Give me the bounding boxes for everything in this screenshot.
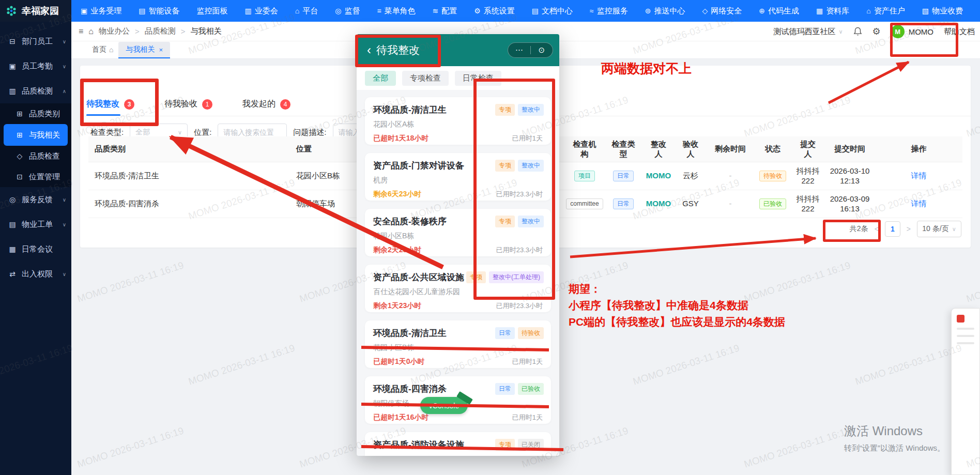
bell-icon[interactable] bbox=[853, 27, 862, 36]
topnav-item-业务受理[interactable]: ▣业务受理 bbox=[81, 6, 121, 16]
sidebar-item-物业工单[interactable]: ▤物业工单∨ bbox=[0, 212, 71, 237]
breadcrumb-separator: > bbox=[181, 27, 186, 36]
gear-icon[interactable]: ⚙ bbox=[872, 26, 881, 37]
vconsole-button[interactable]: vConsole bbox=[420, 397, 468, 414]
topnav-item-资产住户[interactable]: ⌂资产住户 bbox=[866, 6, 905, 16]
topnav-item-label: 物业收费 bbox=[932, 6, 963, 16]
help-doc-link[interactable]: 帮助文档 bbox=[944, 27, 975, 37]
chevron-down-icon: ∨ bbox=[178, 129, 182, 136]
topnav-item-智能设备[interactable]: ▤智能设备 bbox=[139, 6, 179, 16]
topnav-item-label: 配置 bbox=[441, 6, 457, 16]
column-header-整改人: 整改人 bbox=[642, 136, 675, 162]
miniprogram-tab-专项检查[interactable]: 专项检查 bbox=[402, 71, 449, 86]
top-navigation-bar: 幸福家园 ▣业务受理▤智能设备监控面板▥业委会⌂平台◎监督≡菜单角色≋配置⚙系统… bbox=[0, 0, 980, 22]
miniprogram-card[interactable]: 资产品质-门禁对讲设备机房剩余6天23小时已用时23.3小时专项整改中 bbox=[365, 153, 551, 201]
content-tab-我发起的[interactable]: 我发起的4 bbox=[242, 93, 290, 116]
page-size-select[interactable]: 10 条/页 ∨ bbox=[917, 221, 961, 237]
user-menu[interactable]: M MOMO bbox=[891, 25, 933, 38]
topnav-item-配置[interactable]: ≋配置 bbox=[433, 6, 457, 16]
table-cell-text: - bbox=[729, 199, 732, 209]
table-tag: 日常 bbox=[613, 171, 634, 181]
sidebar-item-出入权限[interactable]: ⇄出入权限∨ bbox=[0, 262, 71, 286]
breadcrumb-item[interactable]: 物业办公 bbox=[99, 26, 130, 36]
library-icon: ▦ bbox=[816, 7, 823, 15]
table-cell: 待验收 bbox=[754, 162, 791, 190]
card-tag: 已关闭 bbox=[518, 439, 544, 451]
topnav-item-物业收费[interactable]: ▧物业收费 bbox=[922, 6, 963, 16]
miniprogram-screenshot: ‹ 待我整改 ⋯ ⊙ 全部专项检查日常检查 环境品质-清洁卫生花园小区A栋已超时… bbox=[357, 34, 559, 456]
sidebar-item-品质检测[interactable]: ▥品质检测∧ bbox=[0, 79, 71, 103]
sidebar-item-与我相关[interactable]: ⊞与我相关 bbox=[4, 124, 68, 146]
exit-icon[interactable]: ⊙ bbox=[531, 45, 553, 55]
avatar: M bbox=[891, 25, 905, 38]
close-icon[interactable]: × bbox=[159, 46, 163, 54]
topnav-item-网络安全[interactable]: ◇网络安全 bbox=[702, 6, 742, 16]
sidebar-item-品质类别[interactable]: ⊞品质类别 bbox=[0, 103, 71, 124]
community-selector[interactable]: 测试德玛西亚社区 ∨ bbox=[773, 27, 843, 37]
tab-home[interactable]: 首页 ⌂ bbox=[92, 45, 118, 58]
related-to-me-icon: ⊞ bbox=[16, 131, 24, 139]
page-size-value: 10 条/页 bbox=[922, 224, 948, 234]
detail-link[interactable]: 详情 bbox=[911, 171, 927, 181]
topnav-item-代码生成[interactable]: ⊕代码生成 bbox=[759, 6, 799, 16]
content-tab-label: 待我整改 bbox=[86, 99, 119, 110]
card-tag: 专项 bbox=[495, 439, 515, 451]
card-tag: 整改中 bbox=[518, 104, 544, 116]
topnav-item-菜单角色[interactable]: ≡菜单角色 bbox=[377, 6, 415, 16]
location-manage-icon: ⊡ bbox=[16, 173, 24, 181]
card-tag: 专项 bbox=[495, 160, 515, 172]
detail-link[interactable]: 详情 bbox=[911, 199, 927, 209]
back-icon[interactable]: ‹ bbox=[367, 44, 371, 56]
sidebar-item-品质检查[interactable]: ◇品质检查 bbox=[0, 146, 71, 166]
miniprogram-tab-全部[interactable]: 全部 bbox=[365, 71, 396, 86]
home-icon[interactable]: ⌂ bbox=[88, 27, 94, 36]
breadcrumb-item[interactable]: 品质检测 bbox=[145, 26, 176, 36]
chevron-icon: ∧ bbox=[63, 88, 66, 94]
miniprogram-card[interactable]: 安全品质-装修秩序花园小区B栋剩余2天23小时已用时23.3小时专项整改中 bbox=[365, 209, 551, 256]
card-tag: 已验收 bbox=[518, 383, 544, 395]
column-header-操作: 操作 bbox=[875, 136, 962, 162]
tab-home-label: 首页 bbox=[92, 45, 106, 54]
card-tags: 专项整改中(工单处理) bbox=[466, 271, 544, 283]
topnav-item-业委会[interactable]: ▥业委会 bbox=[244, 6, 278, 16]
tab-related-to-me[interactable]: 与我相关 × bbox=[118, 42, 170, 58]
content-tab-待我验收[interactable]: 待我验收1 bbox=[164, 93, 212, 116]
quality-category-icon: ⊞ bbox=[16, 110, 24, 118]
topnav-item-监控服务[interactable]: ≈监控服务 bbox=[590, 6, 628, 16]
topnav-item-监督[interactable]: ◎监督 bbox=[335, 6, 360, 16]
miniprogram-card[interactable]: 环境品质-清洁卫生花园小区A栋已超时1天18小时已用时1天专项整改中 bbox=[365, 97, 551, 145]
breadcrumb-separator: > bbox=[135, 27, 140, 36]
miniprogram-card[interactable]: 环境品质-清洁卫生花园小区B栋已超时1天0小时已用时1天日常待验收 bbox=[365, 320, 551, 368]
card-tags: 专项整改中 bbox=[495, 104, 544, 116]
collapse-sidebar-icon[interactable]: ≡ bbox=[79, 27, 83, 36]
more-icon[interactable]: ⋯ bbox=[508, 45, 530, 55]
card-tags: 日常待验收 bbox=[495, 327, 544, 339]
sidebar-item-服务反馈[interactable]: ◎服务反馈∨ bbox=[0, 187, 71, 212]
chevron-icon: ∨ bbox=[63, 271, 66, 277]
supervision-icon: ◎ bbox=[335, 7, 341, 15]
topnav-item-资料库[interactable]: ▦资料库 bbox=[816, 6, 849, 16]
miniprogram-card[interactable]: 资产品质-公共区域设施百仕达花园小区儿童游乐园剩余1天23小时已用时23.3小时… bbox=[365, 265, 551, 312]
miniprogram-tab-日常检查[interactable]: 日常检查 bbox=[455, 71, 501, 86]
topnav-item-系统设置[interactable]: ⚙系统设置 bbox=[474, 6, 515, 16]
topnav-item-平台[interactable]: ⌂平台 bbox=[295, 6, 318, 16]
miniprogram-card[interactable]: 资产品质-消防设备设施专项已关闭 bbox=[365, 432, 551, 456]
sidebar-item-部门员工[interactable]: ⊟部门员工∨ bbox=[0, 29, 71, 54]
topnav-item-文档中心[interactable]: ▤文档中心 bbox=[532, 6, 573, 16]
windows-activation-title: 激活 Windows bbox=[844, 423, 945, 439]
next-page-icon[interactable]: > bbox=[907, 225, 911, 233]
sidebar-item-员工考勤[interactable]: ▣员工考勤∨ bbox=[0, 54, 71, 79]
table-cell: 已验收 bbox=[754, 190, 791, 218]
column-header-剩余时间: 剩余时间 bbox=[707, 136, 754, 162]
current-page[interactable]: 1 bbox=[885, 221, 900, 237]
content-tab-待我整改[interactable]: 待我整改3 bbox=[86, 93, 134, 116]
prev-page-icon[interactable]: < bbox=[875, 225, 879, 233]
sidebar-item-日常会议[interactable]: ▦日常会议 bbox=[0, 237, 71, 262]
topnav-item-监控面板[interactable]: 监控面板 bbox=[196, 6, 227, 16]
quality-inspect-icon: ◇ bbox=[16, 152, 24, 160]
topnav-item-推送中心[interactable]: ⊚推送中心 bbox=[645, 6, 685, 16]
table-cell: 详情 bbox=[875, 190, 962, 218]
sidebar-item-位置管理[interactable]: ⊡位置管理 bbox=[0, 166, 71, 187]
config-icon: ≋ bbox=[433, 7, 439, 15]
tab-count-badge: 3 bbox=[124, 99, 134, 110]
